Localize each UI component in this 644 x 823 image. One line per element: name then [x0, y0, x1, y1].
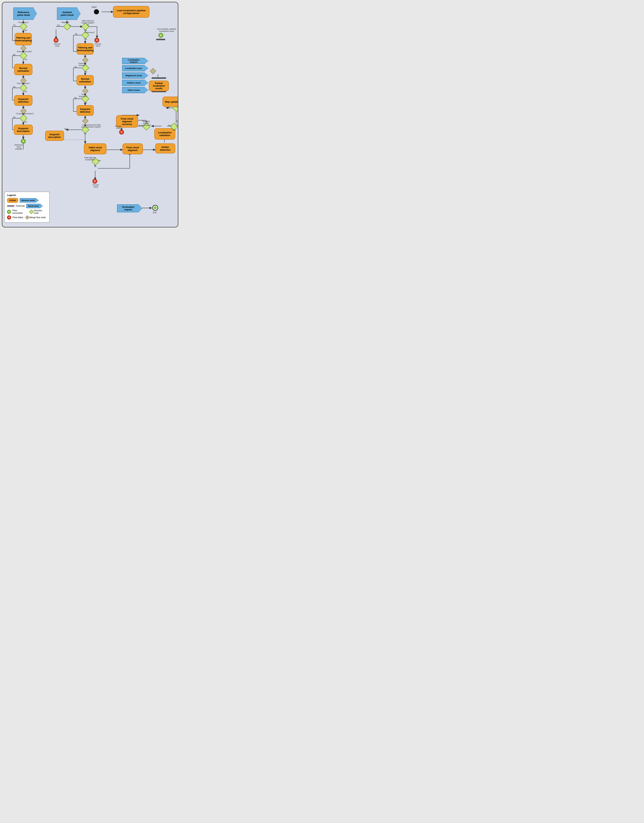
filtering-2: Filtering and downsampling: [77, 43, 94, 55]
merge-4: [82, 57, 89, 63]
find-kp-label-2: Findkeypoints?: [79, 93, 87, 97]
mapping-diamond: [63, 23, 71, 31]
legend-fail-row: ✕ Flow failed Merge flow node: [7, 215, 47, 219]
exit-label: Exit: [153, 211, 156, 214]
lost-tracking-label: Lost tracking and initialpose estimators…: [75, 124, 107, 128]
legend-fork-row: Fork/Join Send event: [7, 204, 47, 208]
no-desc-1: No: [13, 116, 15, 118]
diagram-container: Start Load localization pipeline configu…: [2, 2, 178, 227]
en2-yes: Yes: [84, 71, 87, 73]
inliers-cloud-event: Inliers cloud: [122, 87, 149, 93]
valid-no: No: [87, 24, 89, 26]
est-normals-label-2: Estimatenormals?: [78, 63, 86, 66]
initial-alignment: Initial cloud aligment: [84, 143, 106, 154]
legend-title: Legend:: [7, 194, 47, 196]
legend-decision-label: Decision node: [34, 209, 47, 215]
rec-yes: Yes: [145, 121, 148, 123]
outlier-detection: Outlier detection: [155, 143, 175, 153]
mapping-label: Mapping?: [61, 21, 69, 23]
updated-pose-success: ✕: [158, 33, 163, 38]
fa-no: No: [168, 124, 171, 126]
legend-box: Legend: Action Receive event Fork/Join S…: [4, 192, 50, 223]
fk2-yes: Yes: [84, 102, 87, 104]
exit-inner: [153, 206, 157, 210]
no-keypoints-1: No: [13, 86, 15, 88]
yes-label-1: Yes: [24, 29, 27, 31]
fork-bar-pose: [156, 39, 165, 40]
discard-label-3: Discardcloud: [91, 184, 100, 188]
success-updated-label: Successfully updatedlocalization pose: [155, 28, 178, 32]
load-config-node: Load localization pipeline configuration…: [113, 6, 149, 18]
discard-label-4: Discardcloud: [115, 125, 121, 129]
map-update: Map update: [163, 97, 178, 107]
start-label: Start: [92, 6, 97, 8]
legend-receive-node: Receive event: [20, 198, 39, 202]
outliers-cloud-event: Outliers cloud: [122, 80, 149, 86]
merge-1: [20, 45, 26, 51]
mapping-no: No: [69, 25, 71, 26]
ref-cloud-avail-label: Referencecloudavailable: [11, 144, 26, 150]
preprocess-label-2: Preprocess?: [84, 31, 95, 34]
valid-yes: Yes: [84, 29, 87, 31]
legend-merge-icon: [25, 215, 29, 220]
discard-fail-2: ✕: [54, 38, 58, 43]
loc-validation: Localization validation: [154, 128, 175, 139]
ref-cloud-success: ✕: [21, 139, 26, 144]
keypoint-det-1: Keypoint detection: [14, 95, 32, 106]
initial-align-label: Initial aligmentacceptable?: [84, 157, 96, 161]
discard-label-2: Discardcloud: [52, 43, 62, 47]
keypoint-desc-1: Keypoint description: [14, 125, 33, 135]
reference-cloud-node: Reference point cloud: [13, 8, 37, 20]
loc-pose-event: Localization pose: [122, 65, 149, 71]
lt-no: No: [84, 133, 86, 135]
merge-events: [150, 68, 156, 74]
legend-merge-label: Merge flow node: [29, 216, 46, 219]
legend-send-node: Send event: [26, 204, 43, 208]
pre2-yes: Yes: [84, 38, 87, 40]
compute-desc-label: Compute descriptors?: [16, 113, 34, 115]
ia-no: No: [94, 166, 97, 167]
filtering-1: Filtering and downsampling: [15, 33, 32, 45]
fk2-no: No: [74, 97, 77, 99]
normal-est-2: Normal estimation: [77, 75, 94, 85]
legend-fork-bar: [7, 205, 14, 207]
find-keypoints-label-1: Find keypoints?: [17, 83, 30, 84]
merge-6: [82, 118, 89, 124]
start-circle: [94, 9, 99, 14]
preprocess-label-1: Preprocess?: [18, 21, 29, 23]
en2-no: No: [74, 66, 77, 68]
loc-analysis-event: Localization analysis: [122, 58, 149, 64]
discard-fail-1: ✕: [94, 38, 99, 43]
keypoint-det-2: Keypoint detection: [77, 105, 94, 116]
normal-est-1: Normal estimation: [14, 64, 32, 75]
legend-flow-success-label: Flow successful: [12, 209, 27, 215]
discard-fail-3: ✕: [92, 179, 97, 184]
legend-action-node: Action: [7, 198, 18, 203]
lt-yes: Yes: [64, 128, 67, 130]
publish-results: Publish localization results: [149, 81, 169, 91]
yes-desc-1: Yes: [24, 121, 27, 123]
mapping-yes: Yes: [57, 25, 60, 26]
legend-action-row: Action Receive event: [7, 198, 47, 203]
legend-decision-icon: [29, 210, 34, 214]
legend-fail-icon: ✕: [7, 215, 11, 219]
final-alignment: Final cloud aligment: [123, 143, 143, 154]
legend-forkjoin-label: Fork/Join: [16, 205, 25, 207]
no-normals-1: No: [13, 54, 15, 56]
fa-yes: Yes: [173, 129, 175, 131]
rec-no: No: [139, 124, 141, 126]
legend-success-icon: ✕: [7, 210, 11, 214]
estimate-normals-label-1: Estimate normals?: [17, 51, 32, 52]
termination-request: Termination request: [117, 204, 143, 212]
exit-circle: [152, 205, 158, 211]
no-label-1: No: [13, 24, 16, 26]
legend-success-row: ✕ Flow successful Decision node: [7, 209, 47, 215]
yes-keypoints-1: Yes: [24, 90, 27, 93]
valid-cloud-label: Valid referencecloud available?: [81, 20, 95, 24]
yes-normals-1: Yes: [24, 58, 27, 60]
discard-label-1: Discardcloud: [94, 43, 103, 47]
final-align-label: Final cloudaligmentacceptable?: [172, 120, 178, 126]
merge-5: [82, 88, 89, 94]
fork-bar-top: [152, 77, 166, 79]
keypoint-desc-2: Keypoint description: [45, 131, 64, 141]
